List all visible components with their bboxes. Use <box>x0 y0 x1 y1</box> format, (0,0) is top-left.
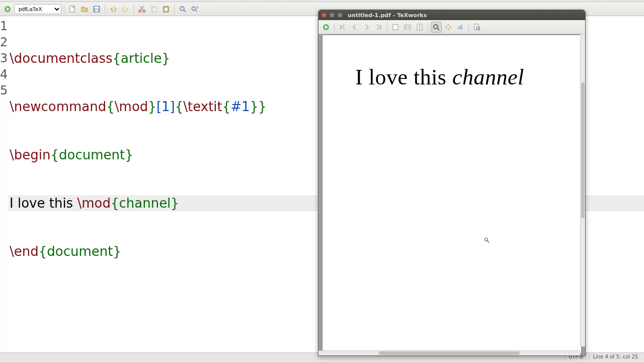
line-number: 3 <box>0 50 9 66</box>
actual-size-button[interactable] <box>390 22 401 33</box>
window-close-button[interactable] <box>321 13 327 18</box>
window-maximize-button[interactable] <box>338 13 343 18</box>
svg-point-8 <box>143 10 145 12</box>
line-gutter: 1 2 3 4 5 <box>0 16 9 360</box>
separator <box>334 23 335 32</box>
separator <box>133 5 134 14</box>
svg-line-17 <box>195 10 197 12</box>
search-button[interactable] <box>177 4 188 15</box>
svg-point-16 <box>192 7 196 10</box>
last-page-button[interactable] <box>373 22 384 33</box>
svg-rect-10 <box>153 8 156 12</box>
window-minimize-button[interactable] <box>330 13 335 18</box>
paste-button[interactable] <box>160 4 172 15</box>
typeset-button[interactable] <box>2 4 13 15</box>
separator <box>105 5 105 14</box>
prev-page-button[interactable] <box>349 22 360 33</box>
pdf-page: I love this channel <box>323 35 581 353</box>
svg-rect-13 <box>165 6 167 7</box>
typeset-button[interactable] <box>320 22 332 33</box>
replace-button[interactable] <box>189 4 200 15</box>
status-position: Line 4 of 5; col 25 <box>589 354 641 359</box>
line-number: 1 <box>0 18 9 34</box>
engine-select[interactable]: pdfLaTeX <box>14 4 61 14</box>
separator <box>468 23 469 32</box>
svg-text:A: A <box>457 24 461 30</box>
undo-button[interactable] <box>108 4 119 15</box>
pdf-rendered-text: I love this channel <box>355 64 524 90</box>
separator <box>387 23 387 32</box>
magnify-tool-button[interactable] <box>431 22 442 33</box>
preview-viewport[interactable]: I love this channel <box>318 34 585 355</box>
new-file-button[interactable] <box>67 4 78 15</box>
separator <box>64 5 64 14</box>
next-page-button[interactable] <box>361 22 372 33</box>
line-number: 5 <box>0 82 9 99</box>
open-file-button[interactable] <box>79 4 90 15</box>
scroll-tool-button[interactable] <box>443 22 454 33</box>
cut-button[interactable] <box>136 4 147 15</box>
svg-line-24 <box>437 28 439 30</box>
preview-title: untitled-1.pdf - TeXworks <box>348 12 427 19</box>
search-pdf-button[interactable] <box>471 22 482 33</box>
redo-button[interactable] <box>120 4 131 15</box>
preview-vscrollbar[interactable] <box>580 34 585 346</box>
line-number: 4 <box>0 66 9 82</box>
fit-window-button[interactable] <box>414 22 425 33</box>
svg-point-23 <box>434 25 438 29</box>
text-select-tool-button[interactable]: A <box>455 22 466 33</box>
svg-line-29 <box>479 29 480 30</box>
line-number: 2 <box>0 34 9 50</box>
svg-point-7 <box>139 10 141 12</box>
preview-vscroll-thumb[interactable] <box>581 82 585 218</box>
svg-point-14 <box>180 7 184 11</box>
svg-rect-12 <box>165 8 168 11</box>
fit-width-button[interactable] <box>402 22 413 33</box>
copy-button[interactable] <box>148 4 159 15</box>
svg-rect-20 <box>393 25 398 30</box>
preview-titlebar[interactable]: untitled-1.pdf - TeXworks <box>318 10 585 20</box>
svg-rect-6 <box>95 10 98 12</box>
save-button[interactable] <box>91 4 102 15</box>
preview-window: untitled-1.pdf - TeXworks <box>318 10 586 356</box>
svg-rect-5 <box>95 7 99 9</box>
preview-hscroll-thumb[interactable] <box>379 351 520 355</box>
separator <box>174 5 175 14</box>
preview-hscrollbar[interactable] <box>318 350 580 355</box>
preview-toolbar: A <box>318 20 585 34</box>
first-page-button[interactable] <box>337 22 348 33</box>
separator <box>428 23 428 32</box>
svg-line-15 <box>184 10 186 12</box>
